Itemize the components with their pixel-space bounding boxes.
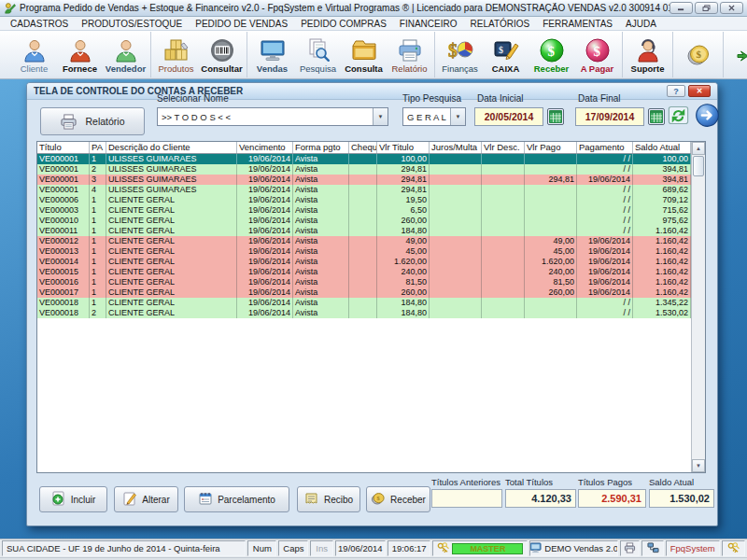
- produtos-button[interactable]: Produtos: [153, 32, 199, 77]
- financas-button[interactable]: $Finanças: [437, 32, 483, 77]
- menu-item-pedido-de-vendas[interactable]: PEDIDO DE VENDAS: [189, 19, 294, 29]
- pesquisa-button[interactable]: Pesquisa: [295, 32, 341, 77]
- column-header-pagamento[interactable]: Pagamento: [577, 142, 633, 153]
- main-toolbar: ClienteForneceVendedorProdutosConsultarV…: [0, 31, 747, 79]
- table-cell: Avista: [293, 287, 349, 298]
- table-cell: [430, 267, 482, 277]
- table-cell: [482, 216, 525, 226]
- vendas-button[interactable]: Vendas: [249, 32, 295, 77]
- table-cell: [525, 216, 577, 226]
- go-button[interactable]: [695, 103, 720, 128]
- start-date-calendar-icon[interactable]: [547, 108, 564, 125]
- scroll-down-icon[interactable]: ▼: [692, 459, 705, 472]
- table-row[interactable]: VE0000101CLIENTE GERAL19/06/2014Avista26…: [37, 216, 691, 226]
- consultar-button[interactable]: Consultar: [199, 32, 245, 77]
- alterar-button[interactable]: Alterar: [114, 486, 178, 512]
- column-header-vlr-desc[interactable]: Vlr Desc.: [482, 142, 525, 153]
- coin-button[interactable]: $: [675, 32, 721, 77]
- column-header-descri-o-do-cliente[interactable]: Descrição do Cliente: [106, 142, 237, 153]
- table-row[interactable]: VE0000181CLIENTE GERAL19/06/2014Avista18…: [37, 298, 691, 308]
- summary-t-tulos-anteriores: Títulos Anteriores: [431, 477, 502, 508]
- table-row[interactable]: VE0000151CLIENTE GERAL19/06/2014Avista24…: [37, 267, 691, 277]
- table-row[interactable]: VE0000012ULISSES GUIMARAES19/06/2014Avis…: [37, 164, 691, 175]
- column-header-forma-pgto[interactable]: Forma pgto: [293, 142, 349, 153]
- table-row[interactable]: VE0000061CLIENTE GERAL19/06/2014Avista19…: [37, 195, 691, 205]
- table-cell: 1.160,42: [633, 267, 691, 277]
- status-text: Num: [253, 543, 272, 553]
- table-row[interactable]: VE0000121CLIENTE GERAL19/06/2014Avista49…: [37, 236, 691, 246]
- menu-item-financeiro[interactable]: FINANCEIRO: [393, 19, 464, 29]
- menu-item-produtos-estoque[interactable]: PRODUTOS/ESTOQUE: [75, 19, 189, 29]
- column-header-pa[interactable]: PA: [90, 142, 106, 153]
- headset-person-icon: [635, 36, 661, 64]
- column-header-vencimento[interactable]: Vencimento: [237, 142, 293, 153]
- table-scrollbar[interactable]: ▲ ▼: [691, 142, 705, 472]
- column-header-vlr-titulo[interactable]: Vlr Titulo: [377, 142, 430, 153]
- minimize-button[interactable]: [669, 2, 693, 14]
- menu-item-pedido-compras[interactable]: PEDIDO COMPRAS: [294, 19, 393, 29]
- close-button[interactable]: [720, 2, 743, 14]
- coin-icon: $: [685, 41, 712, 69]
- toolbar-button-label: Fornece: [63, 64, 97, 74]
- menu-item-ferramentas[interactable]: FERRAMENTAS: [536, 19, 619, 29]
- table-cell: [430, 246, 482, 257]
- table-cell: 19/06/2014: [577, 267, 633, 277]
- column-header-juros-multa[interactable]: Juros/Multa: [430, 142, 482, 153]
- finance-icon: $: [447, 36, 473, 64]
- table-row[interactable]: VE0000171CLIENTE GERAL19/06/2014Avista26…: [37, 287, 691, 298]
- parcelamento-button[interactable]: Parcelamento: [184, 486, 289, 512]
- table-row[interactable]: VE0000141CLIENTE GERAL19/06/2014Avista1.…: [37, 257, 691, 267]
- table-cell: / /: [577, 164, 633, 175]
- relatorio-button[interactable]: Relatório: [387, 32, 432, 77]
- sphere-pink-icon: $: [585, 36, 611, 64]
- table-row[interactable]: VE0000182CLIENTE GERAL19/06/2014Avista18…: [37, 308, 691, 318]
- end-date-field[interactable]: 17/09/2014: [575, 107, 644, 126]
- scrollbar-thumb[interactable]: [693, 156, 704, 176]
- receber-button-toolbar[interactable]: $Receber: [529, 32, 574, 77]
- table-cell: 2: [90, 164, 106, 175]
- suporte-button[interactable]: Suporte: [625, 32, 670, 77]
- table-cell: [482, 287, 525, 298]
- vendedor-button[interactable]: Vendedor: [103, 32, 148, 77]
- dialog-close-button[interactable]: ✕: [688, 85, 711, 97]
- scroll-up-icon[interactable]: ▲: [692, 142, 705, 155]
- start-date-field[interactable]: 20/05/2014: [474, 107, 543, 126]
- column-header-vlr-pago[interactable]: Vlr Pago: [525, 142, 577, 153]
- relatorio-print-button[interactable]: Relatório: [40, 107, 145, 135]
- table-row[interactable]: VE0000011ULISSES GUIMARAES19/06/2014Avis…: [37, 154, 691, 164]
- column-header-t-tulo[interactable]: Título: [37, 142, 90, 153]
- svg-text:$: $: [696, 49, 701, 60]
- table-row[interactable]: VE0000111CLIENTE GERAL19/06/2014Avista18…: [37, 226, 691, 236]
- menu-bar: CADASTROSPRODUTOS/ESTOQUEPEDIDO DE VENDA…: [0, 17, 747, 31]
- fornece-button[interactable]: Fornece: [57, 32, 103, 77]
- receber-button[interactable]: $Receber: [366, 486, 430, 512]
- table-row[interactable]: VE0000013ULISSES GUIMARAES19/06/2014Avis…: [37, 175, 691, 185]
- end-date-calendar-icon[interactable]: [648, 108, 665, 125]
- menu-item-ajuda[interactable]: AJUDA: [619, 19, 663, 29]
- table-row[interactable]: VE0000131CLIENTE GERAL19/06/2014Avista45…: [37, 246, 691, 257]
- column-header-cheque[interactable]: Cheque: [349, 142, 377, 153]
- search-type-label: Tipo Pesquisa: [402, 93, 461, 104]
- table-row[interactable]: VE0000161CLIENTE GERAL19/06/2014Avista81…: [37, 277, 691, 287]
- chevron-down-icon: ▼: [450, 108, 465, 125]
- table-row[interactable]: VE0000014ULISSES GUIMARAES19/06/2014Avis…: [37, 185, 691, 195]
- exit-button[interactable]: EXIT: [726, 32, 747, 77]
- menu-item-cadastros[interactable]: CADASTROS: [4, 19, 75, 29]
- restore-button[interactable]: [695, 2, 718, 14]
- refresh-button[interactable]: [666, 103, 691, 128]
- table-row[interactable]: VE0000031CLIENTE GERAL19/06/2014Avista6,…: [37, 205, 691, 216]
- a-pagar-button[interactable]: $A Pagar: [574, 32, 620, 77]
- cliente-button[interactable]: Cliente: [11, 32, 57, 77]
- caixa-button[interactable]: $CAIXA: [483, 32, 529, 77]
- table-cell: Avista: [293, 308, 349, 318]
- table-cell: 1: [90, 205, 106, 216]
- table-cell: 1: [90, 298, 106, 308]
- dialog-help-button[interactable]: ?: [667, 85, 685, 97]
- incluir-button[interactable]: Incluir: [39, 486, 107, 512]
- select-name-dropdown[interactable]: >> T O D O S < < ▼: [157, 107, 388, 126]
- consulta-button[interactable]: Consulta: [341, 32, 387, 77]
- column-header-saldo-atual[interactable]: Saldo Atual: [633, 142, 691, 153]
- search-type-dropdown[interactable]: G E R A L ▼: [402, 107, 466, 126]
- recibo-button[interactable]: Recibo: [297, 486, 360, 512]
- menu-item-relat-rios[interactable]: RELATÓRIOS: [464, 19, 537, 29]
